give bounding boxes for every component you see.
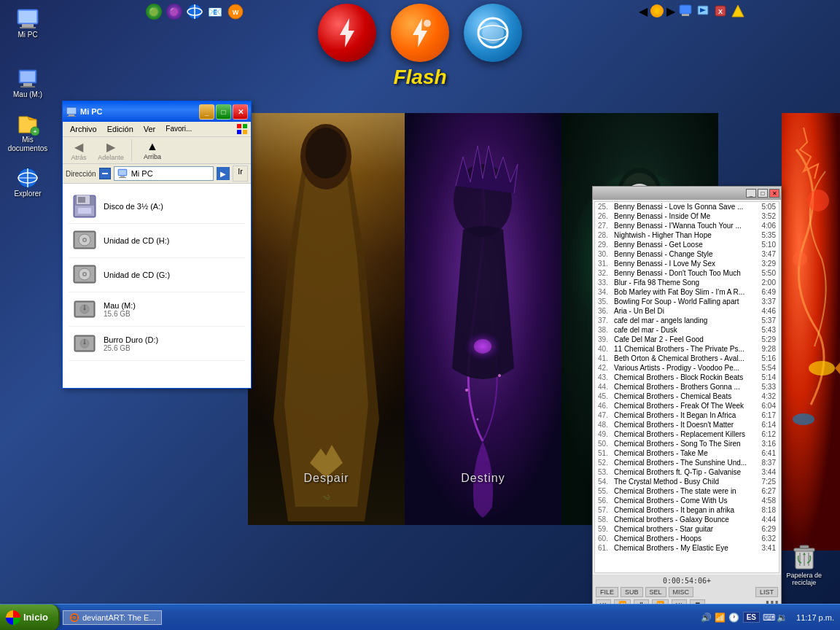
playlist-item[interactable]: 39.Cafe Del Mar 2 - Feel Good5:29 bbox=[595, 335, 779, 344]
drive-item-mau[interactable]: Mau (M:) 15.6 GB bbox=[69, 292, 245, 327]
playlist-item[interactable]: 52.Chemical Brothers - The Sunshine Und.… bbox=[595, 458, 779, 467]
list-button[interactable]: LIST bbox=[755, 587, 778, 597]
playlist-item-title: Chemical Brothers - Take Me bbox=[614, 449, 752, 457]
playlist-item[interactable]: 45.Chemical Brothers - Chemical Beats4:3… bbox=[595, 392, 779, 401]
playlist-item[interactable]: 49.Chemical Brothers - Replacement Kille… bbox=[595, 429, 779, 439]
playlist-item[interactable]: 53.Chemical Brothers ft. Q-Tip - Galvani… bbox=[595, 467, 779, 477]
address-field[interactable]: Mi PC bbox=[114, 166, 214, 181]
desktop-icon-explorer-label: Explorer bbox=[14, 190, 41, 198]
playlist-item[interactable]: 40.11 Chemical Brothers - The Private Ps… bbox=[595, 344, 779, 354]
address-go-button[interactable]: Ir bbox=[233, 166, 248, 182]
close-button[interactable]: ✕ bbox=[233, 104, 248, 120]
playlist-item[interactable]: 32.Benny Benassi - Don't Touch Too Much5… bbox=[595, 268, 779, 278]
flash-icon-orange[interactable] bbox=[391, 4, 449, 62]
address-dropdown-icon[interactable] bbox=[99, 168, 111, 179]
playlist-item[interactable]: 34.Bob Marley with Fat Boy Slim - I'm A … bbox=[595, 287, 779, 297]
firefox-icon bbox=[69, 612, 79, 623]
playlist-item[interactable]: 58.Chemical brothers - Galaxy Bounce4:44 bbox=[595, 515, 779, 524]
taskbar-item-deviantart[interactable]: deviantART: The E... bbox=[63, 610, 162, 625]
tray-network-icon[interactable]: 📶 bbox=[715, 612, 726, 623]
sel-button[interactable]: SEL bbox=[645, 587, 666, 597]
quick-icon-email[interactable]: 📧 bbox=[207, 4, 223, 20]
top-icon-1[interactable] bbox=[678, 4, 693, 18]
toolbar-back-button[interactable]: ◀ Atrás bbox=[66, 140, 92, 161]
minimize-button[interactable]: _ bbox=[199, 104, 214, 120]
menu-favoritos[interactable]: Favori... bbox=[161, 123, 196, 135]
menu-ver[interactable]: Ver bbox=[139, 123, 160, 135]
top-icon-4[interactable] bbox=[731, 4, 745, 18]
address-go-arrow[interactable]: ▶ bbox=[217, 167, 230, 180]
playlist-item[interactable]: 43.Chemical Brothers - Block Rockin Beat… bbox=[595, 373, 779, 382]
player-playlist[interactable]: 25.Benny Benassi - Love Is Gonna Save ..… bbox=[594, 201, 779, 573]
player-minimize-button[interactable]: _ bbox=[746, 189, 756, 198]
playlist-item[interactable]: 59.Chemical brothers - Star guitar6:29 bbox=[595, 524, 779, 534]
playlist-item[interactable]: 44.Chemical Brothers - Brothers Gonna ..… bbox=[595, 382, 779, 392]
desktop-icon-mau[interactable]: Mau (M:) bbox=[6, 67, 50, 99]
tray-volume-icon[interactable]: 🔊 bbox=[701, 612, 712, 623]
desktop-icon-misdocumentos[interactable]: + Mis documentos bbox=[6, 112, 50, 153]
drive-item-cdh[interactable]: Unidad de CD (H:) bbox=[69, 224, 245, 258]
start-button[interactable]: Inicio bbox=[0, 604, 60, 631]
tray-clock-icon[interactable]: 🕐 bbox=[728, 612, 740, 623]
menu-edicion[interactable]: Edición bbox=[103, 123, 138, 135]
ime-button-2[interactable]: 🔉 bbox=[777, 612, 788, 623]
playlist-item[interactable]: 29.Benny Benassi - Get Loose5:10 bbox=[595, 240, 779, 249]
sub-button[interactable]: SUB bbox=[621, 587, 643, 597]
playlist-item[interactable]: 28.Nightwish - Higher Than Hope5:35 bbox=[595, 230, 779, 240]
quick-icon-2[interactable]: 🟣 bbox=[166, 4, 182, 20]
nav-fwd-icon[interactable]: ▶ bbox=[666, 4, 675, 18]
playlist-item[interactable]: 42.Various Artists - Prodigy - Voodoo Pe… bbox=[595, 363, 779, 373]
top-icon-3[interactable]: X bbox=[713, 4, 728, 18]
drive-item-cdg[interactable]: Unidad de CD (G:) bbox=[69, 258, 245, 292]
player-maximize-button[interactable]: □ bbox=[758, 189, 768, 198]
top-icon-2[interactable] bbox=[696, 4, 710, 18]
player-close-button[interactable]: ✕ bbox=[769, 189, 779, 198]
playlist-item[interactable]: 33.Blur - Fifa 98 Theme Song2:00 bbox=[595, 278, 779, 287]
playlist-item[interactable]: 56.Chemical Brothers - Come With Us4:58 bbox=[595, 496, 779, 505]
playlist-item[interactable]: 25.Benny Benassi - Love Is Gonna Save ..… bbox=[595, 202, 779, 211]
playlist-item[interactable]: 41.Beth Orton & Chemical Brothers - Aval… bbox=[595, 354, 779, 363]
playlist-item[interactable]: 35.Bowling For Soup - World Falling apar… bbox=[595, 297, 779, 306]
sun-icon[interactable] bbox=[650, 4, 664, 18]
quick-icon-winamp[interactable]: W bbox=[228, 4, 244, 20]
misc-button[interactable]: MISC bbox=[669, 587, 694, 597]
toolbar-up-button[interactable]: ▲ Arriba bbox=[139, 140, 166, 160]
nav-back-icon[interactable]: ◀ bbox=[639, 4, 648, 18]
drive-item-burro[interactable]: Burro Duro (D:) 25.6 GB bbox=[69, 327, 245, 361]
playlist-item[interactable]: 57.Chemical Brothers - It began in afrik… bbox=[595, 505, 779, 515]
playlist-item-num: 34. bbox=[598, 288, 614, 296]
maximize-button[interactable]: □ bbox=[216, 104, 231, 120]
playlist-item[interactable]: 46.Chemical Brothers - Freak Of The Week… bbox=[595, 401, 779, 411]
ime-button-1[interactable]: ⌨ bbox=[763, 612, 775, 623]
playlist-item[interactable]: 37.cafe del mar - angels landing5:37 bbox=[595, 316, 779, 325]
playlist-item[interactable]: 30.Benny Benassi - Change Style3:47 bbox=[595, 249, 779, 259]
desktop-icon-explorer[interactable]: Explorer bbox=[6, 166, 50, 198]
playlist-item[interactable]: 31.Benny Benassi - I Love My Sex3:29 bbox=[595, 259, 779, 268]
language-indicator[interactable]: ES bbox=[743, 612, 760, 623]
playlist-item[interactable]: 61.Chemical Brothers - My Elastic Eye3:4… bbox=[595, 543, 779, 553]
svg-point-63 bbox=[793, 413, 814, 425]
playlist-item[interactable]: 27.Benny Benassi - I'Wanna Touch Your ..… bbox=[595, 221, 779, 230]
desktop-icon-mipc[interactable]: Mi PC bbox=[6, 7, 50, 39]
drive-item-floppy[interactable]: Disco de 3½ (A:) bbox=[69, 190, 245, 224]
recycle-bin[interactable]: Papelera dereciclaje bbox=[786, 541, 822, 586]
playlist-item[interactable]: 51.Chemical Brothers - Take Me6:41 bbox=[595, 448, 779, 458]
flash-icon-blue[interactable] bbox=[464, 4, 522, 62]
playlist-item[interactable]: 54.The Crystal Method - Busy Child7:25 bbox=[595, 477, 779, 486]
destiny-label: Destiny bbox=[405, 472, 561, 485]
quick-icon-ie[interactable] bbox=[187, 4, 203, 20]
playlist-item[interactable]: 50.Chemical Brothers - Song To The Siren… bbox=[595, 439, 779, 448]
playlist-item[interactable]: 48.Chemical Brothers - It Doesn't Matter… bbox=[595, 420, 779, 429]
flash-icon-red[interactable] bbox=[318, 4, 376, 62]
playlist-item[interactable]: 60.Chemical Brothers - Hoops6:32 bbox=[595, 534, 779, 543]
playlist-item[interactable]: 38.cafe del mar - Dusk5:43 bbox=[595, 325, 779, 335]
mau-drive-size: 15.6 GB bbox=[104, 310, 136, 318]
playlist-item[interactable]: 55.Chemical Brothers - The state were in… bbox=[595, 486, 779, 496]
playlist-item[interactable]: 36.Aria - Un Bel Di4:46 bbox=[595, 306, 779, 316]
playlist-item[interactable]: 47.Chemical Brothers - It Began In Afric… bbox=[595, 411, 779, 420]
playlist-item[interactable]: 26.Benny Benassi - Inside Of Me3:52 bbox=[595, 211, 779, 221]
menu-archivo[interactable]: Archivo bbox=[66, 123, 101, 135]
toolbar-forward-button[interactable]: ▶ Adelante bbox=[98, 140, 124, 161]
quick-icon-1[interactable]: 🟢 bbox=[146, 4, 162, 20]
file-button[interactable]: FILE bbox=[596, 587, 618, 597]
